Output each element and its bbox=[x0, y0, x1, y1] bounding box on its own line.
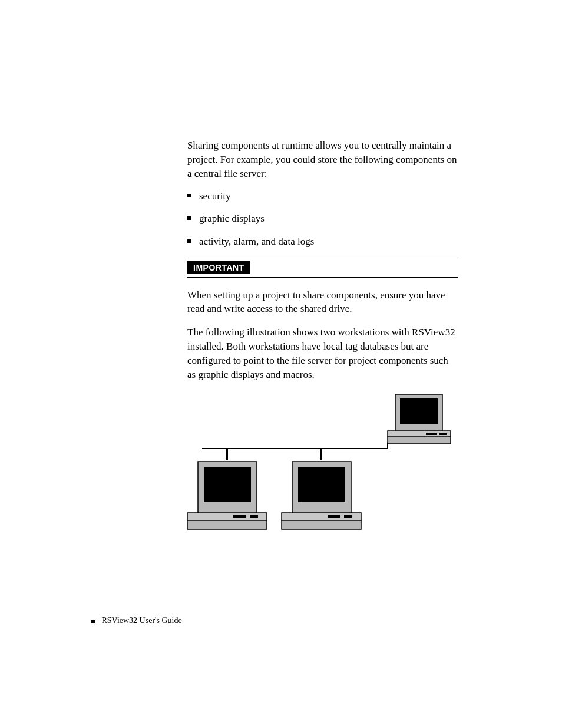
list-item: security bbox=[187, 190, 458, 203]
svg-rect-6 bbox=[426, 433, 437, 435]
svg-rect-9 bbox=[400, 398, 438, 424]
svg-rect-16 bbox=[282, 521, 361, 529]
svg-rect-18 bbox=[328, 515, 340, 518]
workstation2-icon bbox=[282, 462, 361, 529]
page-content: Sharing components at runtime allows you… bbox=[187, 139, 458, 541]
svg-rect-10 bbox=[187, 521, 267, 529]
svg-rect-7 bbox=[439, 433, 447, 435]
footer-bullet-icon bbox=[91, 620, 95, 623]
important-callout: IMPORTANT bbox=[187, 258, 458, 278]
svg-rect-19 bbox=[344, 515, 352, 518]
intro-paragraph: Sharing components at runtime allows you… bbox=[187, 139, 458, 180]
server-icon bbox=[388, 394, 451, 444]
illustration-paragraph: The following illustration shows two wor… bbox=[187, 325, 458, 381]
svg-rect-15 bbox=[204, 467, 251, 502]
svg-rect-4 bbox=[388, 437, 451, 444]
important-badge: IMPORTANT bbox=[187, 261, 250, 274]
workstation1-icon bbox=[187, 462, 267, 529]
list-item: graphic displays bbox=[187, 212, 458, 225]
svg-rect-21 bbox=[298, 467, 345, 502]
svg-rect-13 bbox=[250, 515, 258, 518]
svg-rect-12 bbox=[233, 515, 246, 518]
page-footer: RSView32 User's Guide bbox=[91, 616, 182, 626]
list-item: activity, alarm, and data logs bbox=[187, 235, 458, 248]
network-diagram bbox=[187, 391, 458, 541]
access-paragraph: When setting up a project to share compo… bbox=[187, 288, 458, 317]
component-list: security graphic displays activity, alar… bbox=[187, 190, 458, 248]
footer-text: RSView32 User's Guide bbox=[102, 616, 182, 625]
